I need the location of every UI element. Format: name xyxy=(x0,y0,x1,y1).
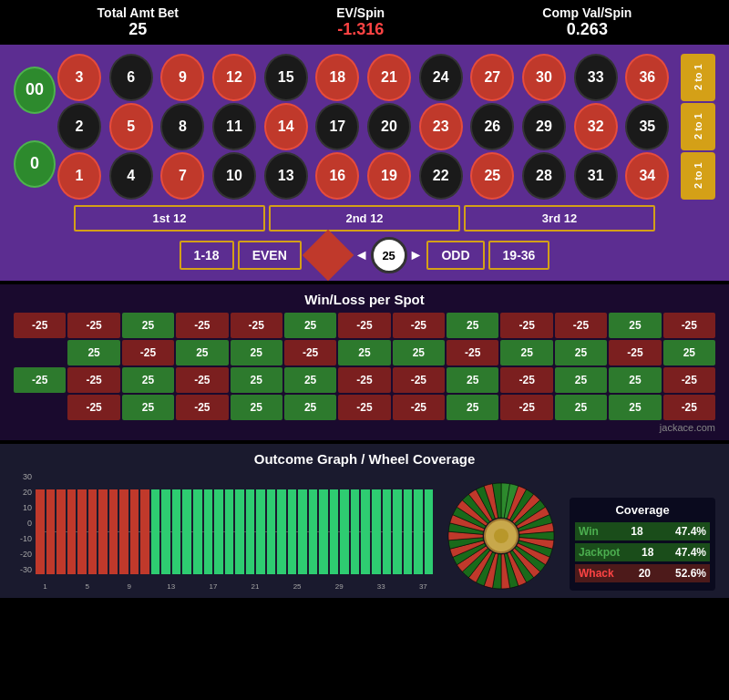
number-17[interactable]: 17 xyxy=(315,103,359,150)
bars-container xyxy=(36,472,433,574)
side-bet-mid[interactable]: 2 to 1 xyxy=(681,103,715,150)
wl-cell-3-1: -25 xyxy=(67,395,119,420)
total-amt-bet: Total Amt Bet 25 xyxy=(98,5,179,39)
x-label-35 xyxy=(393,582,412,591)
side-bet-top[interactable]: 2 to 1 xyxy=(681,54,715,101)
number-12[interactable]: 12 xyxy=(212,54,256,101)
wl-cell-0-4: -25 xyxy=(231,313,282,338)
number-5[interactable]: 5 xyxy=(109,103,153,150)
number-33[interactable]: 33 xyxy=(574,54,618,101)
number-19[interactable]: 19 xyxy=(367,152,411,200)
number-6[interactable]: 6 xyxy=(109,54,153,101)
x-label-19 xyxy=(224,582,243,591)
number-21[interactable]: 21 xyxy=(367,54,411,101)
number-14[interactable]: 14 xyxy=(264,103,308,150)
y-label--20: -20 xyxy=(20,550,34,559)
dozen-2nd[interactable]: 2nd 12 xyxy=(269,205,460,232)
number-13[interactable]: 13 xyxy=(264,152,308,200)
side-bet-bot[interactable]: 2 to 1 xyxy=(681,152,715,200)
number-0[interactable]: 0 xyxy=(14,140,56,188)
dozen-3rd[interactable]: 3rd 12 xyxy=(464,205,655,232)
number-1[interactable]: 1 xyxy=(57,152,101,200)
wl-cell-3-10: 25 xyxy=(555,395,607,420)
number-10[interactable]: 10 xyxy=(212,152,256,200)
number-22[interactable]: 22 xyxy=(419,152,463,200)
number-35[interactable]: 35 xyxy=(625,103,669,150)
bar-36 xyxy=(414,472,423,574)
jackace-credit: jackace.com xyxy=(14,422,715,433)
chip-25[interactable]: 25 xyxy=(371,237,407,273)
dozen-1st[interactable]: 1st 12 xyxy=(74,205,265,232)
diamond[interactable] xyxy=(302,230,354,282)
ev-spin-value: -1.316 xyxy=(337,20,384,39)
bar-17 xyxy=(214,472,223,574)
coverage-win-label: Win xyxy=(579,525,599,538)
x-label-31 xyxy=(351,582,370,591)
number-24[interactable]: 24 xyxy=(419,54,463,101)
total-amt-value: 25 xyxy=(128,20,147,39)
bet-low[interactable]: 1-18 xyxy=(180,241,234,270)
wl-cell-2-0: -25 xyxy=(14,367,66,393)
number-00[interactable]: 00 xyxy=(14,67,56,114)
wl-cell-0-8: 25 xyxy=(447,313,498,338)
bottom-bets: 1-18 EVEN ◄ 25 ► ODD 19-36 xyxy=(14,237,715,273)
bar-10 xyxy=(140,472,149,574)
wl-cell-2-5: 25 xyxy=(284,367,336,393)
number-9[interactable]: 9 xyxy=(160,54,204,101)
bet-high[interactable]: 19-36 xyxy=(488,241,550,270)
wl-cell-1-5: -25 xyxy=(284,340,336,365)
number-28[interactable]: 28 xyxy=(522,152,566,200)
bar-7 xyxy=(109,472,118,574)
number-23[interactable]: 23 xyxy=(419,103,463,150)
wl-cell-3-11: 25 xyxy=(609,395,661,420)
number-27[interactable]: 27 xyxy=(470,54,514,101)
coverage-jackpot-label: Jackpot xyxy=(579,546,620,559)
number-29[interactable]: 29 xyxy=(522,103,566,150)
comp-val-label: Comp Val/Spin xyxy=(542,5,631,20)
number-8[interactable]: 8 xyxy=(160,103,204,150)
bet-even[interactable]: EVEN xyxy=(238,241,302,270)
number-15[interactable]: 15 xyxy=(264,54,308,101)
number-26[interactable]: 26 xyxy=(470,103,514,150)
number-32[interactable]: 32 xyxy=(574,103,618,150)
number-7[interactable]: 7 xyxy=(160,152,204,200)
bar-33 xyxy=(383,472,392,574)
wl-cell-2-9: -25 xyxy=(500,367,552,393)
number-18[interactable]: 18 xyxy=(315,54,359,101)
number-11[interactable]: 11 xyxy=(212,103,256,150)
arrow-left-icon[interactable]: ◄ xyxy=(354,247,369,263)
number-31[interactable]: 31 xyxy=(574,152,618,200)
number-25[interactable]: 25 xyxy=(470,152,514,200)
coverage-jackpot-row: Jackpot 18 47.4% xyxy=(575,543,710,561)
coverage-whack-pct: 52.6% xyxy=(675,567,706,580)
wl-cell-1-2: -25 xyxy=(122,340,174,365)
wl-cell-2-4: 25 xyxy=(231,367,282,393)
number-4[interactable]: 4 xyxy=(109,152,153,200)
total-amt-label: Total Amt Bet xyxy=(98,5,179,20)
wl-cell-0-1: -25 xyxy=(67,313,119,338)
svg-point-1 xyxy=(494,529,508,543)
coverage-whack-row: Whack 20 52.6% xyxy=(575,564,710,582)
wl-cell-2-11: 25 xyxy=(609,367,661,393)
number-34[interactable]: 34 xyxy=(625,152,669,200)
number-2[interactable]: 2 xyxy=(57,103,101,150)
bar-21 xyxy=(256,472,265,574)
number-36[interactable]: 36 xyxy=(625,54,669,101)
wl-cell-2-2: 25 xyxy=(122,367,174,393)
wl-cell-1-1: 25 xyxy=(67,340,119,365)
number-20[interactable]: 20 xyxy=(367,103,411,150)
wl-cell-2-3: -25 xyxy=(176,367,228,393)
wl-cell-1-7: 25 xyxy=(393,340,445,365)
wl-cell-2-6: -25 xyxy=(338,367,390,393)
bar-6 xyxy=(98,472,108,574)
bar-16 xyxy=(204,472,213,574)
number-16[interactable]: 16 xyxy=(315,152,359,200)
wl-cell-2-7: -25 xyxy=(393,367,445,393)
bar-24 xyxy=(288,472,297,574)
wheel-area xyxy=(442,481,560,591)
arrow-right-icon[interactable]: ► xyxy=(409,247,424,263)
bet-odd[interactable]: ODD xyxy=(426,241,484,270)
number-3[interactable]: 3 xyxy=(57,54,101,101)
wl-cell-3-0 xyxy=(14,395,66,420)
number-30[interactable]: 30 xyxy=(522,54,566,101)
